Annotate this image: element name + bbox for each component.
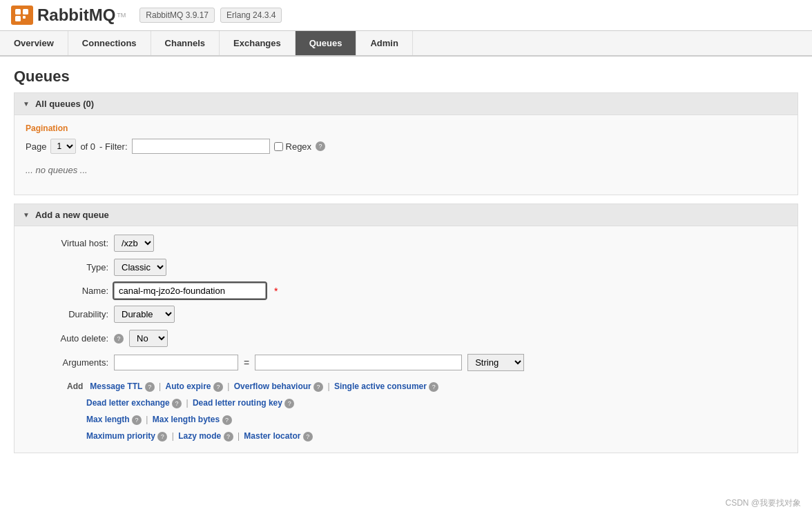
hint-dead-letter-routing-key[interactable]: Dead letter routing key	[193, 398, 282, 408]
hint-max-length-bytes[interactable]: Max length bytes	[153, 415, 220, 424]
masterlocator-help[interactable]: ?	[303, 432, 313, 441]
all-queues-title: All queues (0)	[35, 99, 94, 109]
main-content: Queues ▼ All queues (0) Pagination Page …	[0, 57, 812, 473]
svg-rect-2	[15, 16, 21, 21]
hint-single-active-consumer[interactable]: Single active consumer	[334, 381, 427, 391]
arguments-hints: Add Message TTL ? | Auto expire ? | Over…	[67, 378, 786, 444]
name-input[interactable]	[114, 283, 266, 299]
svg-rect-0	[15, 9, 21, 14]
filter-label: - Filter:	[99, 141, 127, 152]
logo-icon	[11, 6, 33, 25]
hints-line2: Dead letter exchange ? | Dead letter rou…	[86, 395, 786, 411]
dle-help[interactable]: ?	[172, 399, 182, 408]
lazy-help[interactable]: ?	[224, 432, 233, 441]
rabbitmq-version: RabbitMQ 3.9.17	[139, 8, 215, 23]
page-select[interactable]: 1	[50, 139, 76, 154]
virtual-host-row: Virtual host: /xzb	[26, 235, 786, 252]
hints-line4: Maximum priority ? | Lazy mode ? | Maste…	[86, 428, 786, 444]
page-of: of 0	[80, 141, 95, 152]
type-select[interactable]: Classic	[114, 259, 166, 276]
erlang-version: Erlang 24.3.4	[220, 8, 282, 23]
message-ttl-help[interactable]: ?	[145, 382, 155, 392]
filter-input[interactable]	[132, 139, 270, 154]
arguments-label: Arguments:	[26, 357, 108, 368]
name-required: *	[274, 286, 278, 297]
maxlen-help[interactable]: ?	[132, 415, 142, 425]
arguments-value-input[interactable]	[255, 355, 462, 370]
no-queues-text: ... no queues ...	[26, 162, 786, 178]
virtual-host-select[interactable]: /xzb	[114, 235, 154, 252]
header: RabbitMQTM RabbitMQ 3.9.17 Erlang 24.3.4	[0, 0, 812, 31]
arguments-type-select[interactable]: String Number Boolean	[467, 354, 524, 371]
dlrk-help[interactable]: ?	[284, 399, 294, 408]
page-title: Queues	[14, 68, 798, 86]
add-queue-header[interactable]: ▼ Add a new queue	[14, 204, 798, 226]
add-label: Add	[67, 381, 88, 391]
auto-delete-label: Auto delete:	[26, 333, 108, 344]
durability-select[interactable]: Durable Transient	[114, 306, 175, 323]
auto-delete-row: Auto delete: ? No Yes	[26, 330, 786, 347]
regex-label: Regex	[286, 141, 312, 152]
auto-delete-select[interactable]: No Yes	[129, 330, 168, 347]
virtual-host-label: Virtual host:	[26, 238, 108, 248]
add-queue-body: Virtual host: /xzb Type: Classic Name: *	[14, 226, 798, 453]
logo-tm: TM	[117, 12, 126, 19]
all-queues-body: Pagination Page 1 of 0 - Filter: Regex ?…	[14, 115, 798, 195]
hint-dead-letter-exchange[interactable]: Dead letter exchange	[86, 398, 170, 408]
hint-overflow-behaviour[interactable]: Overflow behaviour	[234, 381, 311, 391]
regex-checkbox[interactable]	[274, 142, 283, 151]
hints-line1: Add Message TTL ? | Auto expire ? | Over…	[67, 378, 786, 395]
logo-text: RabbitMQ	[37, 6, 115, 25]
hint-message-ttl[interactable]: Message TTL	[90, 381, 142, 391]
name-label: Name:	[26, 286, 108, 296]
nav-queues[interactable]: Queues	[296, 31, 357, 55]
arguments-row: Arguments: = String Number Boolean	[26, 354, 786, 371]
nav-admin[interactable]: Admin	[356, 31, 412, 55]
hint-master-locator[interactable]: Master locator	[244, 431, 300, 441]
name-row: Name: *	[26, 283, 786, 299]
overflow-help[interactable]: ?	[313, 382, 323, 392]
auto-expire-help[interactable]: ?	[213, 382, 223, 392]
svg-rect-3	[23, 16, 26, 19]
durability-label: Durability:	[26, 309, 108, 319]
add-queue-collapse-icon: ▼	[23, 211, 30, 219]
collapse-icon: ▼	[23, 100, 30, 108]
add-queue-title: Add a new queue	[35, 210, 109, 220]
hints-line3: Max length ? | Max length bytes ?	[86, 411, 786, 428]
maxprio-help[interactable]: ?	[157, 432, 167, 441]
all-queues-section: ▼ All queues (0) Pagination Page 1 of 0 …	[14, 92, 798, 195]
maxlenbytes-help[interactable]: ?	[222, 415, 232, 425]
main-nav: Overview Connections Channels Exchanges …	[0, 31, 812, 57]
nav-overview[interactable]: Overview	[0, 31, 68, 55]
type-row: Type: Classic	[26, 259, 786, 276]
nav-connections[interactable]: Connections	[68, 31, 151, 55]
page-label: Page	[26, 141, 46, 152]
hint-maximum-priority[interactable]: Maximum priority	[86, 431, 155, 441]
auto-delete-help-icon[interactable]: ?	[114, 334, 124, 344]
arguments-key-input[interactable]	[114, 355, 238, 370]
durability-row: Durability: Durable Transient	[26, 306, 786, 323]
hint-max-length[interactable]: Max length	[86, 415, 130, 424]
nav-exchanges[interactable]: Exchanges	[220, 31, 296, 55]
nav-channels[interactable]: Channels	[151, 31, 220, 55]
hint-lazy-mode[interactable]: Lazy mode	[178, 431, 221, 441]
regex-help-icon[interactable]: ?	[316, 141, 325, 151]
arguments-eq: =	[244, 357, 249, 368]
page-controls: Page 1 of 0 - Filter: Regex ?	[26, 139, 786, 154]
sac-help[interactable]: ?	[429, 382, 438, 392]
type-label: Type:	[26, 262, 108, 272]
regex-checkbox-label: Regex	[274, 141, 312, 152]
add-queue-section: ▼ Add a new queue Virtual host: /xzb Typ…	[14, 204, 798, 453]
svg-rect-1	[23, 9, 28, 14]
all-queues-header[interactable]: ▼ All queues (0)	[14, 93, 798, 115]
hint-auto-expire[interactable]: Auto expire	[166, 381, 211, 391]
logo: RabbitMQTM	[11, 6, 126, 25]
pagination-label: Pagination	[26, 123, 786, 133]
